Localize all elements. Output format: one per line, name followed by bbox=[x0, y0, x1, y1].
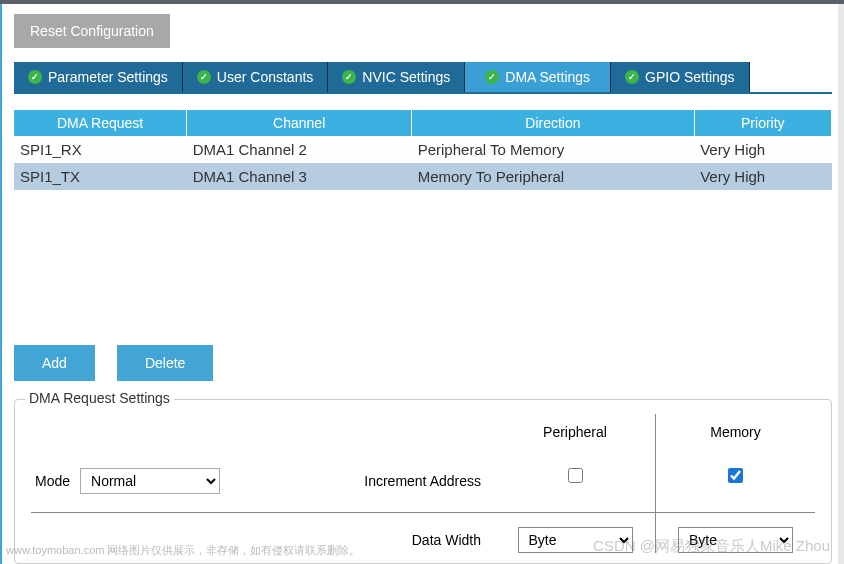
scrollbar[interactable] bbox=[838, 4, 844, 564]
fieldset-legend: DMA Request Settings bbox=[25, 390, 174, 406]
cell-direction: Peripheral To Memory bbox=[412, 136, 694, 163]
col-header-memory: Memory bbox=[655, 414, 815, 458]
check-icon bbox=[342, 70, 356, 84]
check-icon bbox=[197, 70, 211, 84]
increment-address-label: Increment Address bbox=[364, 473, 491, 489]
check-icon bbox=[28, 70, 42, 84]
col-header-direction: Direction bbox=[412, 110, 694, 136]
table-row[interactable]: SPI1_TX DMA1 Channel 3 Memory To Periphe… bbox=[14, 163, 832, 190]
col-header-request: DMA Request bbox=[14, 110, 187, 136]
cell-direction: Memory To Peripheral bbox=[412, 163, 694, 190]
tab-label: GPIO Settings bbox=[645, 69, 734, 85]
cell-channel: DMA1 Channel 2 bbox=[187, 136, 412, 163]
delete-button[interactable]: Delete bbox=[117, 345, 213, 381]
col-header-priority: Priority bbox=[694, 110, 831, 136]
watermark-text: www.toymoban.com 网络图片仅供展示，非存储，如有侵权请联系删除。 bbox=[6, 543, 360, 558]
tab-parameter-settings[interactable]: Parameter Settings bbox=[14, 62, 183, 92]
tab-dma-settings[interactable]: DMA Settings bbox=[465, 62, 611, 92]
col-header-peripheral: Peripheral bbox=[495, 414, 655, 458]
check-icon bbox=[625, 70, 639, 84]
col-header-channel: Channel bbox=[187, 110, 412, 136]
watermark-text: CSDN @网易独家音乐人Mike Zhou bbox=[593, 537, 830, 556]
cell-priority: Very High bbox=[694, 136, 831, 163]
dma-table: DMA Request Channel Direction Priority S… bbox=[14, 110, 832, 190]
tab-label: DMA Settings bbox=[505, 69, 590, 85]
table-row[interactable]: SPI1_RX DMA1 Channel 2 Peripheral To Mem… bbox=[14, 136, 832, 163]
tab-label: User Constants bbox=[217, 69, 313, 85]
tab-label: Parameter Settings bbox=[48, 69, 168, 85]
reset-configuration-button[interactable]: Reset Configuration bbox=[14, 14, 170, 48]
mode-label: Mode bbox=[35, 473, 70, 489]
increment-memory-checkbox[interactable] bbox=[728, 468, 743, 483]
tab-label: NVIC Settings bbox=[362, 69, 450, 85]
add-button[interactable]: Add bbox=[14, 345, 95, 381]
tab-user-constants[interactable]: User Constants bbox=[183, 62, 328, 92]
mode-select[interactable]: Normal bbox=[80, 468, 220, 494]
tab-gpio-settings[interactable]: GPIO Settings bbox=[611, 62, 749, 92]
check-icon bbox=[485, 70, 499, 84]
cell-request: SPI1_TX bbox=[14, 163, 187, 190]
cell-request: SPI1_RX bbox=[14, 136, 187, 163]
config-tabs: Parameter Settings User Constants NVIC S… bbox=[14, 62, 832, 94]
cell-priority: Very High bbox=[694, 163, 831, 190]
increment-peripheral-checkbox[interactable] bbox=[568, 468, 583, 483]
cell-channel: DMA1 Channel 3 bbox=[187, 163, 412, 190]
tab-nvic-settings[interactable]: NVIC Settings bbox=[328, 62, 465, 92]
data-width-label: Data Width bbox=[412, 532, 491, 548]
